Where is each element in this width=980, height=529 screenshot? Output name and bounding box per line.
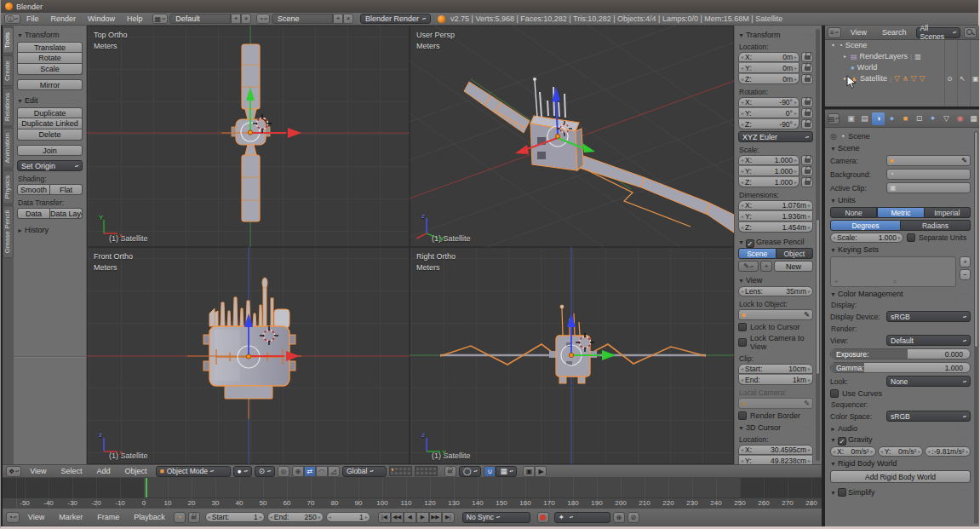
viewport-top-canvas[interactable] [87,26,410,247]
viewport-shading-select[interactable]: ●▴▾ [233,466,252,477]
duplicate-button[interactable]: Duplicate [17,107,83,118]
units-metric-toggle[interactable]: Metric [877,207,924,218]
orientation-select[interactable]: Global▴▾ [342,466,387,477]
gp-draw-mode-button[interactable]: ✎▴▾ [738,261,759,272]
panel-grip[interactable]: ···· [958,435,971,443]
panel-grip[interactable]: ···· [958,459,971,467]
expander-icon[interactable]: ▾ [830,40,836,51]
layer-cell[interactable] [407,471,411,475]
prev-keyframe-button[interactable]: ◀◀ [391,512,404,523]
snap-element-select[interactable]: ▦▴▾ [496,466,517,477]
selectable-arrow-icon[interactable]: ↖ [960,73,966,84]
menu-render[interactable]: Render [45,14,83,23]
npanel-scrollbar[interactable] [816,29,820,461]
snap-toggle-button[interactable]: ∪ [484,466,496,477]
render-engine-select[interactable]: Blender Render ▴▾ [360,14,431,24]
panel-header-keying-sets[interactable]: ▼Keying Sets···· [830,245,971,254]
menu-help[interactable]: Help [121,14,149,23]
lock-toggle[interactable] [801,63,813,73]
lock-to-cursor-checkbox[interactable] [738,323,747,331]
panel-grip[interactable]: ···· [958,290,971,297]
editor-type-button[interactable]: ▤▴▾ [828,113,840,124]
tab-object[interactable]: ■ [899,112,912,125]
panel-grip[interactable]: ···· [70,31,83,38]
play-button[interactable]: ▶ [416,512,429,523]
viewport-right-canvas[interactable] [410,247,734,464]
menu-search[interactable]: Search [876,28,913,37]
lock-toggle[interactable] [801,52,813,62]
expander-icon[interactable]: ▸ [842,51,848,62]
menu-object[interactable]: Object [119,467,153,475]
lock-toggle[interactable] [801,177,813,187]
shade-smooth-button[interactable]: Smooth [17,184,50,195]
lens-field[interactable]: ◂Lens:35mm▸ [738,286,813,296]
layer-cell[interactable] [433,471,437,475]
properties-scrollbar[interactable] [974,131,978,524]
gamma-slider[interactable]: Gamma:1.000 [830,362,971,373]
editor-type-button[interactable]: ◔▴▾ [6,512,20,523]
units-degrees-toggle[interactable]: Degrees [830,220,901,231]
shade-flat-button[interactable]: Flat [50,184,83,195]
tab-modifiers[interactable]: ✦ [926,112,939,125]
simplify-checkbox[interactable] [838,488,846,497]
scene-icon-button[interactable]: ◔ ▴▾ [256,14,270,24]
lock-object-field[interactable]: ■ ✎ [738,309,813,320]
lock-playhead-button[interactable] [188,512,200,523]
number-field[interactable]: ◂X:1.000▸ [738,155,799,165]
mode-select[interactable]: ■ Object Mode ▴▾ [156,466,231,477]
tab-render[interactable]: ▣ [845,112,857,125]
menu-marker[interactable]: Marker [53,513,89,521]
panel-grip[interactable]: ···· [800,276,813,284]
viewport-persp[interactable]: User Persp Meters (1) Satellite z y [410,26,734,247]
scene-camera-field[interactable]: ■✎ [886,155,971,166]
set-origin-menu[interactable]: Set Origin ▴▾ [17,160,83,171]
panel-grip[interactable]: ···· [800,31,813,38]
lock-toggle[interactable] [801,74,813,84]
tab-material[interactable]: ◉ [954,112,966,125]
opengl-render-anim-button[interactable]: ▶ [535,466,547,477]
lock-toggle[interactable] [801,119,813,129]
panel-grip[interactable]: ···· [958,144,971,152]
join-button[interactable]: Join [17,145,83,156]
use-curves-checkbox[interactable] [830,389,839,398]
tab-scene[interactable]: ◑ [872,112,885,125]
eyedropper-icon[interactable]: ✎ [961,157,967,164]
gravity-field[interactable]: ◂X:0m/s²▸ [830,446,876,457]
timeline-playhead[interactable] [146,478,147,497]
gp-scene-toggle[interactable]: Scene [738,248,777,259]
translate-manipulator-button[interactable]: ⇄ [304,466,316,477]
timeline-track[interactable] [3,478,822,497]
data-layout-transfer-button[interactable]: Data Layo [50,208,83,219]
number-field[interactable]: ◂Y:1.936m▸ [738,211,813,221]
manipulator-toggle-button[interactable]: ⊕ [292,466,304,477]
panel-header-units[interactable]: ▼Units···· [830,196,971,204]
gp-add-button[interactable]: + [760,261,772,272]
number-field[interactable]: ◂Z:-90°▸ [738,119,799,129]
panel-header-gravity[interactable]: ▼✓Gravity···· [830,435,971,444]
panel-grip[interactable]: ···· [958,486,971,494]
editor-type-button[interactable]: ❖▴▾ [6,466,21,477]
manipulate-centers-button[interactable]: ◎ [278,466,289,477]
look-select[interactable]: None▴▾ [886,376,971,387]
shelf-tab-relations[interactable]: Relations [3,88,14,126]
units-none-toggle[interactable]: None [830,207,877,218]
viewport-front-canvas[interactable] [87,247,410,464]
tab-world[interactable]: ● [885,112,898,125]
number-field[interactable]: ◂X:0m▸ [738,52,799,62]
viewport-top[interactable]: Top Ortho Meters (1) Satellite Y x [87,26,410,247]
rotation-mode-select[interactable]: XYZ Euler ▴▾ [738,131,813,142]
gravity-field[interactable]: ◂:-9.81m/s²▸ [925,446,971,457]
screen-layout-icon-button[interactable]: ▦ ▴▾ [152,14,169,24]
panel-grip[interactable]: ···· [800,423,813,431]
view-transform-select[interactable]: Default▴▾ [886,335,971,346]
shelf-tab-tools[interactable]: Tools [3,27,14,54]
delete-button[interactable]: Delete [17,129,83,141]
menu-playback[interactable]: Playback [128,513,171,521]
shelf-tab-grease-pencil[interactable]: Grease Pencil [3,205,14,258]
background-scene-field[interactable]: ◔ [886,169,971,180]
outliner-item-renderlayers[interactable]: ▸▤RenderLayers|▥ [825,51,979,62]
pin-icon[interactable]: ◎ [830,132,837,141]
title-bar[interactable]: Blender [1,0,978,13]
menu-frame[interactable]: Frame [91,513,125,521]
number-field[interactable]: ◂Z:1.000▸ [738,177,799,187]
